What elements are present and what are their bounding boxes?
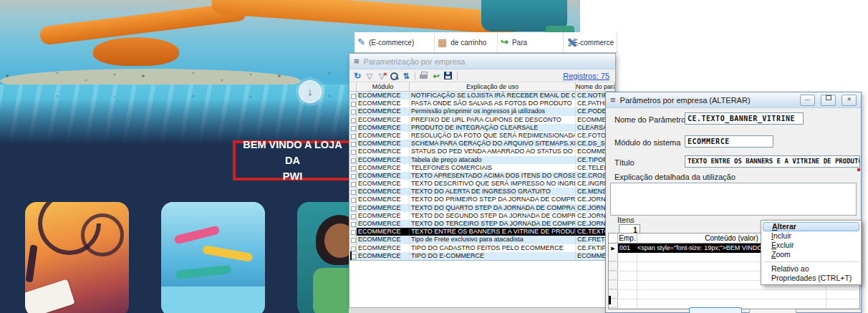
cell-modulo[interactable]: ECOMMERCE [357, 148, 410, 155]
scroll-down-button[interactable]: ↓ [299, 80, 322, 103]
cell-modulo[interactable]: ECOMMERCE [357, 100, 410, 107]
table-row[interactable]: ECOMMERCE SCHEMA PARA GERAÇÃO DO ARQUIVO… [349, 140, 615, 148]
search-icon[interactable] [389, 71, 399, 81]
empty-grid-row[interactable] [609, 290, 859, 299]
cell-explicacao[interactable]: TELEFONES COMERCIAIS [410, 164, 576, 172]
table-row[interactable]: ECOMMERCE Tipo de Frete exclusivo para a… [349, 236, 615, 244]
row-selector-cell[interactable] [349, 172, 357, 180]
ribbon-button[interactable]: ✎ (E-commerce) [355, 32, 435, 52]
table-row[interactable]: ECOMMERCE TEXTO DESCRITIVO QUE SERÁ IMPR… [349, 180, 615, 188]
filter-icon[interactable]: ▽ [365, 71, 375, 81]
row-selector-cell[interactable] [609, 262, 618, 271]
export-icon[interactable]: ↩ [431, 71, 441, 81]
row-selector-cell[interactable] [349, 196, 357, 203]
row-selector-cell[interactable] [349, 236, 357, 244]
column-header-modulo[interactable]: Módulo [357, 82, 410, 91]
cell-explicacao[interactable]: PREFIXO DE URL PARA CUPONS DE DESCONTO [410, 116, 576, 124]
cell-modulo[interactable]: ECOMMERCE [357, 236, 410, 244]
table-row[interactable]: ECOMMERCE STATUS DO PED VENDA AMARRADO A… [349, 148, 615, 155]
cell-explicacao[interactable]: TIPO DO CADASTRO FEITOS PELO ECOMMERCE [410, 244, 576, 252]
row-selector-cell[interactable] [349, 132, 357, 140]
cell-modulo[interactable]: ECOMMERCE [357, 132, 410, 140]
cell-modulo[interactable]: ECOMMERCE [357, 188, 410, 196]
modulo-sistema-field[interactable]: ECOMMERCE [685, 135, 773, 148]
row-selector-cell[interactable] [609, 281, 618, 289]
cell-explicacao[interactable]: TEXTO DESCRITIVO QUE SERÁ IMPRESSO NO IN… [410, 180, 576, 188]
print-icon[interactable] [419, 71, 429, 81]
cancel-button-partial[interactable] [749, 309, 796, 313]
save-icon[interactable] [443, 71, 453, 81]
clear-filter-icon[interactable]: ▽✕ [377, 71, 387, 81]
cell-modulo[interactable]: ECOMMERCE [357, 180, 410, 188]
cell-explicacao[interactable]: TEXTO DO SEGUNDO STEP DA JORNADA DE COMP… [410, 212, 576, 220]
cell-explicacao[interactable]: Permissão p/imprimir os ingressos já uti… [410, 107, 576, 115]
titulo-field[interactable]: TEXTO ENTRE OS BANNERS E A VITRINE DE PR… [685, 155, 860, 168]
records-count-link[interactable]: Registros: 75 [563, 72, 612, 80]
cell-modulo[interactable]: ECOMMERCE [357, 92, 410, 100]
cell-explicacao[interactable]: Tabela de preço atacado [410, 156, 576, 164]
menu-item-alterar[interactable]: Alterar [763, 222, 859, 231]
menu-item-excluir[interactable]: Excluir [763, 241, 859, 250]
table-row[interactable]: ECOMMERCE Tabela de preço atacado CE.TIP… [349, 156, 615, 164]
cell-explicacao[interactable]: TEXTO DO ALERTA DE INGRESSO GRATUITO [410, 188, 576, 196]
maximize-button[interactable] [821, 95, 836, 106]
table-row[interactable]: ECOMMERCE TEXTO DO SEGUNDO STEP DA JORNA… [349, 212, 615, 220]
cell-modulo[interactable]: ECOMMERCE [357, 204, 410, 212]
row-selector-cell[interactable] [349, 212, 357, 220]
cell-modulo[interactable]: ECOMMERCE [357, 196, 410, 203]
cell-modulo[interactable]: ECOMMERCE [357, 252, 410, 260]
table-row[interactable]: ECOMMERCE RESOLUÇÃO DA FOTO QUE SERÁ RED… [349, 132, 615, 140]
row-selector-cell[interactable] [349, 116, 357, 124]
cell-modulo[interactable]: ECOMMERCE [357, 212, 410, 220]
table-row[interactable]: ECOMMERCE TIPO DO CADASTRO FEITOS PELO E… [349, 244, 615, 252]
cell-explicacao[interactable]: Tipo de Frete exclusivo para atacadista [410, 236, 576, 244]
cell-modulo[interactable]: ECOMMERCE [357, 164, 410, 172]
table-row[interactable]: ECOMMERCE PREFIXO DE URL PARA CUPONS DE … [349, 116, 615, 124]
cell-modulo[interactable]: ECOMMERCE [357, 124, 410, 132]
table-row[interactable]: ECOMMERCE TELEFONES COMERCIAIS CE.TELEFO… [349, 164, 615, 172]
cell-explicacao[interactable]: TEXTO ENTRE OS BANNERS E A VITRINE DE PR… [410, 228, 576, 236]
cell-modulo[interactable]: ECOMMERCE [357, 220, 410, 228]
table-row[interactable]: ECOMMERCE TEXTO DO TERCEIRO STEP DA JORN… [349, 220, 615, 228]
cell-modulo[interactable]: ECOMMERCE [357, 107, 410, 115]
menu-item-incluir[interactable]: Incluir [763, 231, 859, 241]
promo-tile-rollercoaster[interactable] [25, 202, 129, 313]
cell-explicacao[interactable]: SCHEMA PARA GERAÇÃO DO ARQUIVO SITEMAPS.… [410, 140, 576, 148]
cell-explicacao[interactable]: PRODUTO DE INTEGRAÇÃO CLEARSALE [410, 124, 576, 132]
hamburger-icon[interactable]: ≡ [610, 93, 616, 107]
cell-modulo[interactable]: ECOMMERCE [357, 172, 410, 180]
row-selector-cell[interactable] [349, 140, 357, 148]
table-row[interactable]: ECOMMERCE PASTA ONDE SÃO SALVAS AS FOTOS… [349, 100, 615, 107]
cell-explicacao[interactable]: RESOLUÇÃO DA FOTO QUE SERÁ REDIMENSIONAD… [410, 132, 576, 140]
cell-modulo[interactable]: ECOMMERCE [357, 156, 410, 164]
row-selector-cell[interactable] [609, 271, 618, 280]
cell-modulo[interactable]: ECOMMERCE [357, 244, 410, 252]
column-header-explicacao[interactable]: Explicação de uso [410, 82, 576, 91]
menu-item-propriedades-ctrl-t[interactable]: Propriedades (CTRL+T) [763, 274, 859, 283]
table-row[interactable]: ECOMMERCE NOTIFICAÇÃO SE LOJISTA IRÁ REC… [349, 92, 615, 100]
window2-titlebar[interactable]: ≡ Parâmetros por empresa (ALTERAR) — ✕ [606, 92, 861, 108]
refresh-icon[interactable]: ↻ [352, 71, 362, 81]
ribbon-button[interactable]: E-commerce [564, 32, 617, 52]
cell-explicacao[interactable]: NOTIFICAÇÃO SE LOJISTA IRÁ RECEBER EMAIL… [410, 92, 576, 100]
row-selector-cell[interactable] [609, 253, 618, 261]
row-selector-cell[interactable] [349, 228, 357, 236]
cell-explicacao[interactable]: PASTA ONDE SÃO SALVAS AS FOTOS DO PRODUT… [410, 100, 576, 107]
window1-titlebar[interactable]: ≡ Parametrização por empresa [349, 54, 615, 69]
table-row[interactable]: ECOMMERCE TEXTO DO QUARTO STEP DA JORNAD… [349, 204, 615, 212]
menu-item-relativo-ao[interactable]: Relativo ao [763, 264, 859, 274]
row-selector-cell[interactable] [349, 92, 357, 100]
confirm-button-partial[interactable] [689, 307, 742, 313]
table-row[interactable]: ECOMMERCE Permissão p/imprimir os ingres… [349, 107, 615, 115]
row-selector-cell[interactable] [349, 156, 357, 164]
row-selector-cell[interactable] [349, 148, 357, 155]
close-button[interactable]: ✕ [842, 95, 857, 106]
row-selector-cell[interactable] [349, 164, 357, 172]
cell-modulo[interactable]: ECOMMERCE [357, 140, 410, 148]
menu-item-zoom[interactable]: Zoom [763, 250, 859, 259]
nome-parametro-field[interactable]: CE.TEXTO_BANNER_VITRINE [685, 112, 804, 125]
table-row[interactable]: ECOMMERCE PRODUTO DE INTEGRAÇÃO CLEARSAL… [349, 124, 615, 132]
sort-icon[interactable]: ⇅ [401, 71, 411, 81]
minimize-button[interactable]: — [800, 95, 815, 106]
row-selector-cell[interactable] [349, 107, 357, 115]
